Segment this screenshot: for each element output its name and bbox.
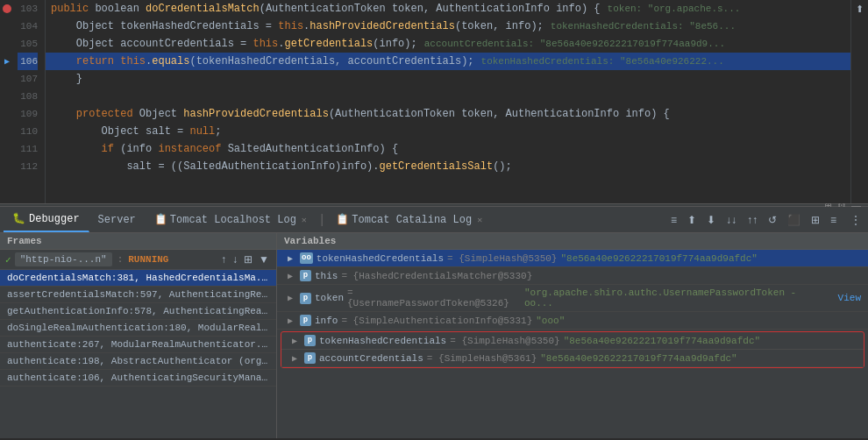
var-item-accountCredentials-box[interactable]: ▶ p accountCredentials = {SimpleHash@536… — [281, 350, 864, 367]
var-item-tokenHashedCredentials-box[interactable]: ▶ p tokenHashedCredentials = {SimpleHash… — [281, 332, 864, 350]
frame-item-5[interactable]: authenticate:198, AbstractAuthenticator … — [0, 353, 276, 370]
debug-list-btn[interactable]: ≡ — [667, 212, 680, 228]
debug-stop-btn[interactable]: ⬛ — [784, 212, 804, 228]
var-icon-p-tHC-box: p — [304, 335, 316, 346]
var-value-tHC-box: "8e56a40e92622217019f774aa9d9afdc" — [564, 336, 760, 346]
line-num-110: 110 — [18, 123, 38, 140]
tab-tomcat-localhost[interactable]: 📋 Tomcat Localhost Log ✕ — [146, 207, 317, 232]
variables-list: ▶ oo tokenHashedCredentials = {SimpleHas… — [277, 250, 868, 438]
frame-item-1[interactable]: assertCredentialsMatch:597, Authenticati… — [0, 287, 276, 303]
gutter-cell-105 — [0, 35, 14, 53]
tomcat-catalina-tab-close[interactable]: ✕ — [477, 215, 482, 225]
frame-item-6[interactable]: authenticate:106, AuthenticatingSecurity… — [0, 370, 276, 387]
var-icon-p-aC-box: p — [304, 352, 316, 364]
frame-item-4[interactable]: authenticate:267, ModularRealmAuthentica… — [0, 337, 276, 353]
var-value-0: "8e56a40e92622217019f774aa9d9afdc" — [560, 253, 757, 264]
code-line-104: Object tokenHashedCredentials = this.has… — [46, 18, 868, 35]
arrow-icon-106: ▶ — [4, 56, 10, 67]
gutter-cell-111 — [0, 140, 14, 158]
debug-down-btn[interactable]: ⬇ — [703, 212, 719, 228]
var-name-tHC-box: tokenHashedCredentials — [319, 336, 446, 346]
thread-controls: ↑ ↓ ⊞ ▼ — [219, 252, 271, 266]
var-type-this: = {HashedCredentialsMatcher@5330} — [341, 271, 532, 281]
tab-debugger[interactable]: 🐛 Debugger — [4, 207, 89, 232]
tomcat-catalina-tab-icon: 📋 — [336, 213, 349, 226]
var-name-token: token — [315, 293, 344, 303]
thread-up-btn[interactable]: ↑ — [219, 252, 228, 266]
line-num-103: 103 — [18, 0, 38, 18]
code-line-103: public boolean doCredentialsMatch(Authen… — [46, 0, 868, 18]
frame-item-2[interactable]: getAuthenticationInfo:578, Authenticatin… — [0, 303, 276, 320]
var-type-info: = {SimpleAuthenticationInfo@5331} — [341, 316, 532, 326]
var-arrow-aC-box: ▶ — [292, 353, 301, 364]
code-text-109: protected Object hashProvidedCredentials… — [51, 105, 670, 123]
debugger-content: Frames ✓ "http-nio-...n" : RUNNING ↑ ↓ ⊞… — [0, 233, 868, 438]
var-icon-p-this: p — [300, 270, 311, 281]
var-value-info: "ooo" — [536, 316, 565, 326]
scrollbar-up[interactable]: ⬆ — [856, 4, 864, 15]
var-icon-p-info: p — [300, 315, 311, 326]
gutter-cell-108 — [0, 88, 14, 105]
gutter-cell-103 — [0, 0, 14, 18]
line-num-104: 104 — [18, 18, 38, 35]
frames-header: Frames — [0, 233, 276, 250]
tab-tomcat-catalina[interactable]: 📋 Tomcat Catalina Log ✕ — [327, 207, 492, 232]
gutter-cell-106: ▶ — [0, 53, 14, 70]
debug-refresh-btn[interactable]: ↺ — [765, 212, 780, 228]
thread-status: RUNNING — [128, 254, 168, 265]
debug-val-104: tokenHashedCredentials: "8e56... — [551, 18, 736, 35]
frame-item-0[interactable]: doCredentialsMatch:381, HashedCredential… — [0, 270, 276, 287]
code-content: public boolean doCredentialsMatch(Authen… — [46, 0, 868, 203]
thread-row: ✓ "http-nio-...n" : RUNNING ↑ ↓ ⊞ ▼ — [0, 250, 276, 270]
var-item-token[interactable]: ▶ p token = {UsernamePasswordToken@5326}… — [277, 285, 868, 312]
tomcat-localhost-tab-label: Tomcat Localhost Log — [170, 214, 296, 226]
editor-right-toolbar: ⬆ — [850, 0, 868, 203]
line-num-109: 109 — [18, 105, 38, 123]
debug-more-btn[interactable]: ≡ — [827, 212, 840, 228]
debugger-tab-label: Debugger — [29, 213, 80, 225]
thread-dropdown-btn[interactable]: ▼ — [257, 252, 271, 266]
var-arrow-this: ▶ — [288, 271, 296, 281]
var-icon-p-token: p — [300, 293, 311, 304]
debugger-tab-icon: 🐛 — [12, 212, 25, 225]
gutter-cell-110 — [0, 123, 14, 140]
breakpoint-103[interactable] — [3, 4, 11, 13]
var-arrow-tHC-box: ▶ — [292, 336, 301, 346]
var-item-this[interactable]: ▶ p this = {HashedCredentialsMatcher@533… — [277, 267, 868, 285]
var-name-0: tokenHashedCredentials — [317, 253, 444, 264]
editor-gutter: ▶ — [0, 0, 14, 203]
code-text-105: Object accountCredentials = this.getCred… — [51, 35, 417, 53]
debug-up-btn[interactable]: ⬆ — [684, 212, 700, 228]
variables-panel: Variables ▶ oo tokenHashedCredentials = … — [277, 233, 868, 438]
var-type-tHC-box: = {SimpleHash@5350} — [450, 336, 559, 346]
code-line-110: Object salt = null; — [46, 123, 868, 140]
thread-down-btn[interactable]: ↓ — [231, 252, 239, 266]
debug-val-103: token: "org.apache.s... — [608, 0, 741, 18]
line-num-111: 111 — [18, 140, 38, 158]
tab-separator-1: | — [317, 213, 327, 227]
line-num-112: 112 — [18, 158, 38, 175]
thread-filter-btn[interactable]: ⊞ — [242, 252, 254, 266]
debugger-panel: 🐛 Debugger Server 📋 Tomcat Localhost Log… — [0, 207, 868, 438]
gutter-cell-107 — [0, 70, 14, 88]
debug-down2-btn[interactable]: ↓↓ — [722, 212, 740, 228]
code-line-108 — [46, 88, 868, 105]
code-editor: ▶ 103 104 105 106 107 108 109 110 111 11… — [0, 0, 868, 203]
highlighted-vars-box: ▶ p tokenHashedCredentials = {SimpleHash… — [281, 331, 864, 368]
frames-list: doCredentialsMatch:381, HashedCredential… — [0, 270, 276, 438]
var-name-aC-box: accountCredentials — [319, 353, 423, 364]
debug-table-btn[interactable]: ⊞ — [808, 212, 823, 228]
tab-server[interactable]: Server — [89, 207, 146, 232]
line-numbers: 103 104 105 106 107 108 109 110 111 112 — [14, 0, 46, 203]
thread-colon: : — [117, 254, 124, 265]
debug-up2-btn[interactable]: ↑↑ — [743, 212, 761, 228]
view-link-token[interactable]: View — [838, 293, 861, 303]
var-item-info[interactable]: ▶ p info = {SimpleAuthenticationInfo@533… — [277, 312, 868, 330]
panel-menu-btn[interactable]: ⋮ — [847, 212, 864, 228]
line-num-108: 108 — [18, 88, 38, 105]
var-icon-oo-0: oo — [300, 252, 313, 264]
tomcat-localhost-tab-close[interactable]: ✕ — [302, 215, 307, 225]
frame-item-3[interactable]: doSingleRealmAuthentication:180, Modular… — [0, 320, 276, 337]
var-type-token: = {UsernamePasswordToken@5326} — [347, 287, 521, 309]
var-item-tokenHashedCredentials-selected[interactable]: ▶ oo tokenHashedCredentials = {SimpleHas… — [277, 250, 868, 267]
